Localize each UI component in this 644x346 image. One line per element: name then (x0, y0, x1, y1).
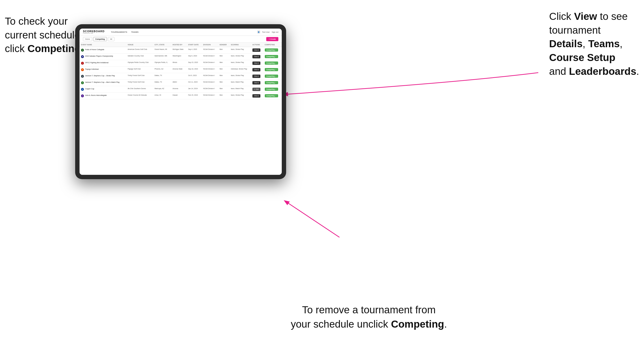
view-button[interactable]: View ℹ (252, 68, 260, 71)
user-label: Test User (262, 31, 270, 33)
gender-cell: Men (218, 73, 230, 79)
competing-cell: Competing (263, 53, 282, 60)
competing-badge-button[interactable]: Competing (265, 94, 278, 97)
annotation-top-left: To check your current schedule, click Co… (5, 14, 84, 56)
actions-cell: View ℹ (251, 60, 263, 66)
competing-badge-button[interactable]: Competing (265, 88, 278, 91)
team-logo: P (81, 68, 84, 71)
competing-cell: Competing (263, 60, 282, 66)
venue-cell: Olympia Fields Country Club (126, 60, 153, 66)
actions-cell: View ℹ (251, 53, 263, 60)
venue-cell: Ocean Course At Hokuala (126, 93, 153, 99)
view-button[interactable]: View ℹ (252, 48, 260, 52)
event-name-cell: J Jackson T. Stephens Cup – Men's Match … (80, 79, 126, 86)
city-state-cell: Phoenix, AZ (153, 66, 171, 73)
competing-badge-button[interactable]: Competing (265, 75, 278, 78)
logo-sub: Powered by clipp (83, 33, 104, 34)
hosted-by-cell: Arizona State (171, 66, 187, 73)
division-cell: NCAA Division I (202, 86, 218, 93)
nav-links: TOURNAMENTS TEAMS (111, 31, 138, 33)
col-gender: GENDER (218, 43, 230, 47)
filter-all-button[interactable]: All (108, 37, 114, 41)
nav-teams[interactable]: TEAMS (131, 31, 139, 33)
annotation-bottom: To remove a tournament from your schedul… (291, 303, 447, 332)
division-cell: NCAA Division I (202, 73, 218, 79)
competing-badge-button[interactable]: Competing (265, 61, 278, 65)
team-logo: A (81, 88, 84, 91)
competing-cell: Competing (263, 47, 282, 53)
venue-cell: Sahalee Country Club (126, 53, 153, 60)
city-state-cell: Maricopa, AZ (153, 86, 171, 93)
scoreboard-logo: SCOREBOARD Powered by clipp (83, 30, 104, 34)
division-cell: NCAA Division I (202, 60, 218, 66)
start-date-cell: Sep 15, 2023 (187, 60, 202, 66)
col-start-date: START DATE (187, 43, 202, 47)
table-row: H John A. Burns Intercollegiate Ocean Co… (80, 93, 282, 99)
filter-home-button[interactable]: Home (83, 37, 92, 41)
nav-tournaments[interactable]: TOURNAMENTS (111, 31, 127, 33)
venue-cell: Ak-Chin Southern Dunes (126, 86, 153, 93)
filter-competing-button[interactable]: Competing (93, 37, 107, 41)
col-city-state: CITY, STATE (153, 43, 171, 47)
view-button[interactable]: View ℹ (252, 75, 260, 78)
view-button[interactable]: View ℹ (252, 81, 260, 84)
event-name-cell: W 2023 Sahalee Players Championship (80, 53, 126, 60)
tournaments-table-container: EVENT NAME VENUE CITY, STATE HOSTED BY S… (80, 43, 282, 175)
sign-out-link[interactable]: Sign out (272, 31, 278, 33)
competing-badge-button[interactable]: Competing (265, 81, 278, 84)
event-name-text: Copper Cup (85, 88, 94, 90)
gender-cell: Men (218, 93, 230, 99)
create-button[interactable]: + Create (266, 37, 278, 41)
team-logo: J (81, 75, 84, 78)
table-header-row: EVENT NAME VENUE CITY, STATE HOSTED BY S… (80, 43, 282, 47)
event-name-cell: S Folds of Honor Collegiate (80, 47, 126, 53)
table-row: S Folds of Honor Collegiate American Dun… (80, 47, 282, 53)
event-name-text: Jackson T. Stephens Cup – Stroke Play (85, 75, 115, 77)
event-name-cell: I OFCC Fighting Illini Invitational (80, 60, 126, 66)
competing-badge-button[interactable]: Competing (265, 68, 278, 71)
table-row: I OFCC Fighting Illini Invitational Olym… (80, 60, 282, 66)
tournaments-table: EVENT NAME VENUE CITY, STATE HOSTED BY S… (80, 43, 282, 99)
team-logo: I (81, 62, 84, 65)
gender-cell: Men (218, 66, 230, 73)
hosted-by-cell: Arizona (171, 86, 187, 93)
hosted-by-cell: Illinois (171, 60, 187, 66)
division-cell: NCAA Division I (202, 47, 218, 53)
actions-cell: View ℹ (251, 79, 263, 86)
start-date-cell: Jan 14, 2024 (187, 86, 202, 93)
competing-badge-button[interactable]: Competing (265, 48, 278, 52)
view-button[interactable]: View ℹ (252, 94, 260, 98)
start-date-cell: Sep 18, 2023 (187, 66, 202, 73)
scoring-cell: team, Match Play (230, 86, 251, 93)
venue-cell: Papago Golf Club (126, 66, 153, 73)
actions-cell: View ℹ (251, 47, 263, 53)
city-state-cell: Dallas, TX (153, 79, 171, 86)
event-name-cell: J Jackson T. Stephens Cup – Stroke Play (80, 73, 126, 79)
col-actions: ACTIONS (251, 43, 263, 47)
col-hosted-by: HOSTED BY (171, 43, 187, 47)
division-cell: NCAA Division I (202, 79, 218, 86)
view-button[interactable]: View ℹ (252, 61, 260, 65)
scoring-cell: individual, Stroke Play (230, 66, 251, 73)
filter-bar: Home Competing All + Create (80, 36, 282, 43)
competing-cell: Competing (263, 93, 282, 99)
start-date-cell: Oct 11, 2023 (187, 79, 202, 86)
edit-button[interactable]: ✏ Edit (252, 88, 260, 91)
scoring-cell: team, Stroke Play (230, 93, 251, 99)
event-name-text: Jackson T. Stephens Cup – Men's Match Pl… (85, 81, 120, 83)
event-name-text: Papago Individual (85, 68, 99, 70)
col-venue: VENUE (126, 43, 153, 47)
gender-cell: Men (218, 60, 230, 66)
team-logo: W (81, 55, 84, 58)
competing-cell: Competing (263, 86, 282, 93)
city-state-cell: Grand Haven, MI (153, 47, 171, 53)
competing-badge-button[interactable]: Competing (265, 55, 278, 58)
gender-cell: Men (218, 79, 230, 86)
view-button[interactable]: View ℹ (252, 55, 260, 58)
gender-cell: Men (218, 86, 230, 93)
city-state-cell: Lihue, HI (153, 93, 171, 99)
hosted-by-cell: Washington (171, 53, 187, 60)
venue-cell: American Dunes Golf Club (126, 47, 153, 53)
gender-cell: Men (218, 53, 230, 60)
table-row: P Papago Individual Papago Golf ClubPhoe… (80, 66, 282, 73)
